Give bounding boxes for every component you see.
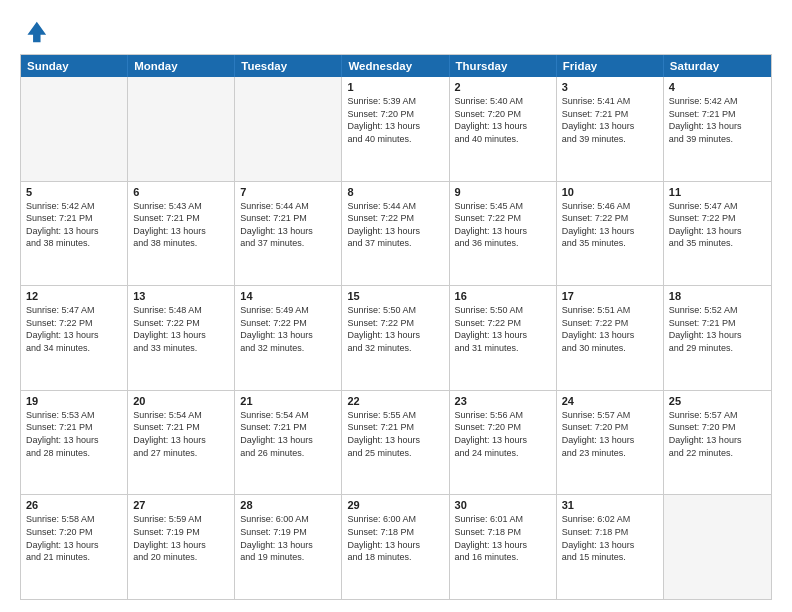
- week-row-4: 26Sunrise: 5:58 AM Sunset: 7:20 PM Dayli…: [21, 494, 771, 599]
- day-header-friday: Friday: [557, 55, 664, 77]
- day-header-tuesday: Tuesday: [235, 55, 342, 77]
- cell-info: Sunrise: 5:47 AM Sunset: 7:22 PM Dayligh…: [26, 304, 122, 354]
- day-number: 19: [26, 395, 122, 407]
- day-number: 15: [347, 290, 443, 302]
- cell-info: Sunrise: 5:42 AM Sunset: 7:21 PM Dayligh…: [26, 200, 122, 250]
- cal-cell: 16Sunrise: 5:50 AM Sunset: 7:22 PM Dayli…: [450, 286, 557, 390]
- cell-info: Sunrise: 5:56 AM Sunset: 7:20 PM Dayligh…: [455, 409, 551, 459]
- logo-icon: [20, 18, 48, 46]
- cell-info: Sunrise: 5:41 AM Sunset: 7:21 PM Dayligh…: [562, 95, 658, 145]
- cell-info: Sunrise: 5:54 AM Sunset: 7:21 PM Dayligh…: [133, 409, 229, 459]
- cal-cell: 24Sunrise: 5:57 AM Sunset: 7:20 PM Dayli…: [557, 391, 664, 495]
- cal-cell: 18Sunrise: 5:52 AM Sunset: 7:21 PM Dayli…: [664, 286, 771, 390]
- day-number: 16: [455, 290, 551, 302]
- day-number: 3: [562, 81, 658, 93]
- cell-info: Sunrise: 5:43 AM Sunset: 7:21 PM Dayligh…: [133, 200, 229, 250]
- cal-cell: [235, 77, 342, 181]
- day-number: 17: [562, 290, 658, 302]
- day-number: 7: [240, 186, 336, 198]
- cell-info: Sunrise: 5:50 AM Sunset: 7:22 PM Dayligh…: [347, 304, 443, 354]
- cal-cell: 12Sunrise: 5:47 AM Sunset: 7:22 PM Dayli…: [21, 286, 128, 390]
- cell-info: Sunrise: 5:51 AM Sunset: 7:22 PM Dayligh…: [562, 304, 658, 354]
- cal-cell: 22Sunrise: 5:55 AM Sunset: 7:21 PM Dayli…: [342, 391, 449, 495]
- day-number: 6: [133, 186, 229, 198]
- cell-info: Sunrise: 6:02 AM Sunset: 7:18 PM Dayligh…: [562, 513, 658, 563]
- svg-marker-0: [27, 22, 46, 43]
- day-number: 14: [240, 290, 336, 302]
- cell-info: Sunrise: 5:48 AM Sunset: 7:22 PM Dayligh…: [133, 304, 229, 354]
- cal-cell: 13Sunrise: 5:48 AM Sunset: 7:22 PM Dayli…: [128, 286, 235, 390]
- cal-cell: 19Sunrise: 5:53 AM Sunset: 7:21 PM Dayli…: [21, 391, 128, 495]
- cal-cell: 8Sunrise: 5:44 AM Sunset: 7:22 PM Daylig…: [342, 182, 449, 286]
- cal-cell: 20Sunrise: 5:54 AM Sunset: 7:21 PM Dayli…: [128, 391, 235, 495]
- day-header-monday: Monday: [128, 55, 235, 77]
- day-number: 20: [133, 395, 229, 407]
- week-row-0: 1Sunrise: 5:39 AM Sunset: 7:20 PM Daylig…: [21, 77, 771, 181]
- cal-cell: 26Sunrise: 5:58 AM Sunset: 7:20 PM Dayli…: [21, 495, 128, 599]
- cell-info: Sunrise: 5:47 AM Sunset: 7:22 PM Dayligh…: [669, 200, 766, 250]
- cell-info: Sunrise: 5:45 AM Sunset: 7:22 PM Dayligh…: [455, 200, 551, 250]
- day-number: 30: [455, 499, 551, 511]
- cal-cell: 31Sunrise: 6:02 AM Sunset: 7:18 PM Dayli…: [557, 495, 664, 599]
- cell-info: Sunrise: 5:42 AM Sunset: 7:21 PM Dayligh…: [669, 95, 766, 145]
- day-number: 11: [669, 186, 766, 198]
- cell-info: Sunrise: 5:55 AM Sunset: 7:21 PM Dayligh…: [347, 409, 443, 459]
- cal-cell: 5Sunrise: 5:42 AM Sunset: 7:21 PM Daylig…: [21, 182, 128, 286]
- day-number: 10: [562, 186, 658, 198]
- cal-cell: 15Sunrise: 5:50 AM Sunset: 7:22 PM Dayli…: [342, 286, 449, 390]
- cell-info: Sunrise: 6:00 AM Sunset: 7:19 PM Dayligh…: [240, 513, 336, 563]
- cell-info: Sunrise: 5:46 AM Sunset: 7:22 PM Dayligh…: [562, 200, 658, 250]
- day-number: 31: [562, 499, 658, 511]
- day-number: 12: [26, 290, 122, 302]
- day-number: 26: [26, 499, 122, 511]
- day-number: 22: [347, 395, 443, 407]
- week-row-3: 19Sunrise: 5:53 AM Sunset: 7:21 PM Dayli…: [21, 390, 771, 495]
- cal-cell: 21Sunrise: 5:54 AM Sunset: 7:21 PM Dayli…: [235, 391, 342, 495]
- week-row-2: 12Sunrise: 5:47 AM Sunset: 7:22 PM Dayli…: [21, 285, 771, 390]
- cal-cell: 11Sunrise: 5:47 AM Sunset: 7:22 PM Dayli…: [664, 182, 771, 286]
- day-number: 25: [669, 395, 766, 407]
- cell-info: Sunrise: 5:49 AM Sunset: 7:22 PM Dayligh…: [240, 304, 336, 354]
- cal-cell: 23Sunrise: 5:56 AM Sunset: 7:20 PM Dayli…: [450, 391, 557, 495]
- day-header-wednesday: Wednesday: [342, 55, 449, 77]
- cell-info: Sunrise: 5:44 AM Sunset: 7:21 PM Dayligh…: [240, 200, 336, 250]
- day-number: 13: [133, 290, 229, 302]
- cal-cell: 27Sunrise: 5:59 AM Sunset: 7:19 PM Dayli…: [128, 495, 235, 599]
- cell-info: Sunrise: 5:39 AM Sunset: 7:20 PM Dayligh…: [347, 95, 443, 145]
- cal-cell: 3Sunrise: 5:41 AM Sunset: 7:21 PM Daylig…: [557, 77, 664, 181]
- cell-info: Sunrise: 5:52 AM Sunset: 7:21 PM Dayligh…: [669, 304, 766, 354]
- week-row-1: 5Sunrise: 5:42 AM Sunset: 7:21 PM Daylig…: [21, 181, 771, 286]
- cal-cell: 25Sunrise: 5:57 AM Sunset: 7:20 PM Dayli…: [664, 391, 771, 495]
- cell-info: Sunrise: 5:59 AM Sunset: 7:19 PM Dayligh…: [133, 513, 229, 563]
- cal-cell: 28Sunrise: 6:00 AM Sunset: 7:19 PM Dayli…: [235, 495, 342, 599]
- day-number: 5: [26, 186, 122, 198]
- cal-cell: 14Sunrise: 5:49 AM Sunset: 7:22 PM Dayli…: [235, 286, 342, 390]
- cal-cell: [21, 77, 128, 181]
- cell-info: Sunrise: 5:44 AM Sunset: 7:22 PM Dayligh…: [347, 200, 443, 250]
- cell-info: Sunrise: 5:54 AM Sunset: 7:21 PM Dayligh…: [240, 409, 336, 459]
- day-header-sunday: Sunday: [21, 55, 128, 77]
- cell-info: Sunrise: 5:40 AM Sunset: 7:20 PM Dayligh…: [455, 95, 551, 145]
- cal-cell: 7Sunrise: 5:44 AM Sunset: 7:21 PM Daylig…: [235, 182, 342, 286]
- cal-cell: [128, 77, 235, 181]
- cal-cell: 29Sunrise: 6:00 AM Sunset: 7:18 PM Dayli…: [342, 495, 449, 599]
- day-number: 2: [455, 81, 551, 93]
- day-number: 9: [455, 186, 551, 198]
- day-number: 27: [133, 499, 229, 511]
- day-header-saturday: Saturday: [664, 55, 771, 77]
- day-number: 29: [347, 499, 443, 511]
- calendar-header: SundayMondayTuesdayWednesdayThursdayFrid…: [21, 55, 771, 77]
- cal-cell: 6Sunrise: 5:43 AM Sunset: 7:21 PM Daylig…: [128, 182, 235, 286]
- cell-info: Sunrise: 5:50 AM Sunset: 7:22 PM Dayligh…: [455, 304, 551, 354]
- day-number: 4: [669, 81, 766, 93]
- cal-cell: 4Sunrise: 5:42 AM Sunset: 7:21 PM Daylig…: [664, 77, 771, 181]
- cal-cell: 10Sunrise: 5:46 AM Sunset: 7:22 PM Dayli…: [557, 182, 664, 286]
- cell-info: Sunrise: 5:57 AM Sunset: 7:20 PM Dayligh…: [562, 409, 658, 459]
- logo: [20, 18, 52, 46]
- cell-info: Sunrise: 5:57 AM Sunset: 7:20 PM Dayligh…: [669, 409, 766, 459]
- cal-cell: 9Sunrise: 5:45 AM Sunset: 7:22 PM Daylig…: [450, 182, 557, 286]
- day-number: 28: [240, 499, 336, 511]
- day-number: 18: [669, 290, 766, 302]
- day-number: 8: [347, 186, 443, 198]
- cal-cell: 1Sunrise: 5:39 AM Sunset: 7:20 PM Daylig…: [342, 77, 449, 181]
